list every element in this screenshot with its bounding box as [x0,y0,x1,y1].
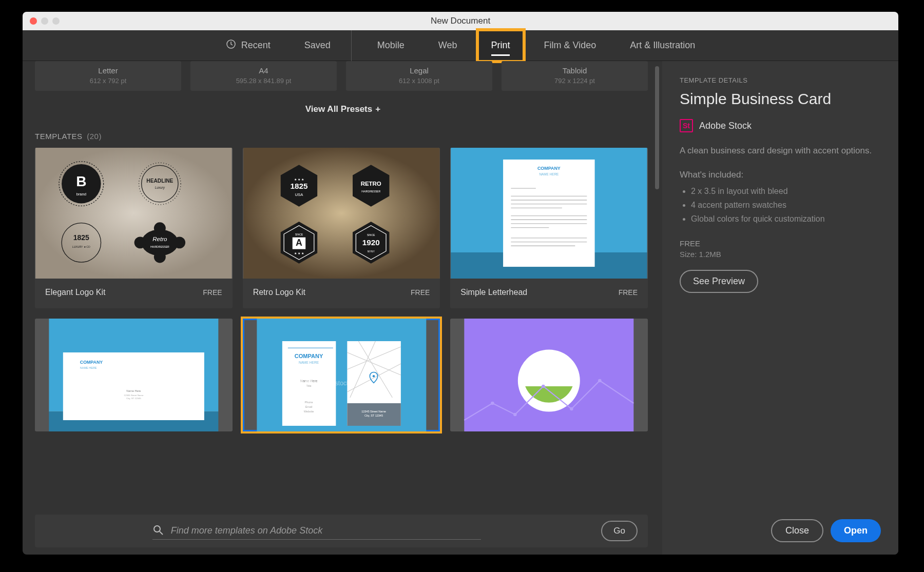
included-item: Global colors for quick customization [691,212,881,226]
template-simple-business-card[interactable]: COMPANY NAME HERE Name Here Title Phone … [243,319,440,431]
template-title: Retro Logo Kit [253,288,305,297]
close-button[interactable]: Close [771,519,823,542]
svg-text:1825: 1825 [73,233,89,242]
template-envelope[interactable]: COMPANY NAME HERE Name Here 12345 Street… [35,319,233,431]
template-simple-letterhead[interactable]: COMPANY NAME HERE Simple LetterheadFREE [450,148,648,308]
presets-row: Letter612 x 792 pt A4595.28 x 841.89 pt … [35,61,648,91]
template-thumbnail: COMPANY NAME HERE Name Here 12345 Street… [35,319,233,431]
tab-print[interactable]: Print [478,30,524,61]
tab-saved[interactable]: Saved [291,30,352,61]
svg-point-86 [491,402,494,405]
clock-icon [226,39,236,52]
details-price: FREE [680,239,881,248]
search-field [152,522,481,540]
svg-text:RETRO: RETRO [360,181,381,187]
svg-point-79 [372,375,374,377]
svg-line-92 [160,531,163,535]
details-footer: Close Open [680,519,881,542]
template-price: FREE [203,288,222,297]
open-button[interactable]: Open [831,519,881,542]
svg-text:NAME HERE: NAME HERE [540,172,559,176]
tab-mobile[interactable]: Mobile [364,30,418,61]
stock-source: St Adobe Stock [680,119,881,132]
included-heading: What's included: [680,170,881,180]
search-input[interactable] [171,522,481,539]
svg-text:Name Here: Name Here [126,389,141,392]
templates-count: (20) [87,132,102,141]
templates-header: TEMPLATES (20) [35,132,648,141]
svg-text:1920: 1920 [362,238,379,247]
svg-rect-19 [243,148,440,279]
templates-label: TEMPLATES [35,132,83,141]
go-button[interactable]: Go [601,521,638,541]
template-avatar-chart[interactable] [450,319,648,431]
preset-name: Tabloid [502,66,648,75]
svg-text:SINCE: SINCE [295,233,303,236]
view-all-presets[interactable]: View All Presets+ [35,104,648,114]
svg-text:NYNY: NYNY [367,250,375,253]
preset-tabloid[interactable]: Tabloid792 x 1224 pt [502,61,648,91]
tab-label: Saved [304,40,331,51]
svg-text:COMPANY: COMPANY [537,166,561,171]
search-icon [152,524,164,538]
svg-text:B: B [76,173,86,189]
template-price: FREE [619,288,638,297]
included-item: 2 x 3.5 in layout with bleed [691,184,881,198]
tab-label: Mobile [377,40,405,51]
svg-text:City, ST 12345: City, ST 12345 [126,397,141,400]
svg-point-14 [154,251,166,263]
scrollbar-thumb[interactable] [655,66,659,189]
tab-recent[interactable]: Recent [213,30,284,61]
new-document-window: New Document Recent Saved Mobile Web Pri… [23,12,898,555]
preset-dims: 792 x 1224 pt [502,77,648,85]
svg-text:12345 Street Name: 12345 Street Name [124,394,144,397]
preset-dims: 612 x 792 pt [35,77,181,85]
svg-text:12345 Street Name: 12345 Street Name [361,410,386,413]
preset-name: Letter [35,66,181,75]
included-item: 4 accent pattern swatches [691,198,881,212]
category-tabs: Recent Saved Mobile Web Print Film & Vid… [23,30,898,61]
svg-text:USA: USA [295,192,303,197]
tab-art-illustration[interactable]: Art & Illustration [617,30,708,61]
svg-text:★ ★ ★: ★ ★ ★ [294,177,304,181]
stock-search-bar: Go [35,515,648,547]
svg-text:HAIRDRESSER: HAIRDRESSER [361,190,380,193]
preset-letter[interactable]: Letter612 x 792 pt [35,61,181,91]
template-title: Simple Letterhead [460,288,527,297]
see-preview-button[interactable]: See Preview [680,270,758,293]
svg-text:Email: Email [305,405,312,408]
tab-film-video[interactable]: Film & Video [531,30,610,61]
svg-text:Luxury: Luxury [155,186,165,190]
preset-legal[interactable]: Legal612 x 1008 pt [346,61,492,91]
adobe-stock-icon: St [680,119,693,132]
preset-name: A4 [190,66,337,75]
svg-point-89 [570,407,573,411]
svg-rect-1 [35,148,232,279]
scroll-area[interactable]: Letter612 x 792 pt A4595.28 x 841.89 pt … [35,61,662,509]
included-list: 2 x 3.5 in layout with bleed 4 accent pa… [680,184,881,226]
content-area: Letter612 x 792 pt A4595.28 x 841.89 pt … [23,61,898,555]
tab-label: Film & Video [544,40,596,51]
preset-dims: 595.28 x 841.89 pt [190,77,337,85]
svg-text:City, ST 12345: City, ST 12345 [364,414,383,417]
tab-label: Recent [241,40,271,51]
tab-label: Web [438,40,457,51]
svg-text:Phone: Phone [304,401,313,404]
tab-web[interactable]: Web [425,30,471,61]
svg-point-15 [134,236,146,248]
preset-name: Legal [346,66,492,75]
svg-text:Retro: Retro [152,236,167,242]
preset-a4[interactable]: A4595.28 x 841.89 pt [190,61,337,91]
svg-text:adobestock: adobestock [318,380,350,387]
details-panel: TEMPLATE DETAILS Simple Business Card St… [662,61,898,555]
tab-label: Art & Illustration [630,40,695,51]
svg-text:HEADLINE: HEADLINE [146,178,173,184]
template-title: Elegant Logo Kit [45,288,105,297]
template-elegant-logo-kit[interactable]: Bbrand HEADLINELuxury 1825LUXURY ★ CO Re… [35,148,233,308]
svg-text:Website: Website [303,410,314,413]
template-thumbnail: ★ ★ ★1825USA RETROHAIRDRESSER SINCEA★ ★ … [243,148,440,279]
details-description: A clean business card design with accent… [680,145,881,157]
details-title: Simple Business Card [680,90,881,108]
svg-text:NAME HERE: NAME HERE [80,366,97,369]
template-retro-logo-kit[interactable]: ★ ★ ★1825USA RETROHAIRDRESSER SINCEA★ ★ … [243,148,440,308]
